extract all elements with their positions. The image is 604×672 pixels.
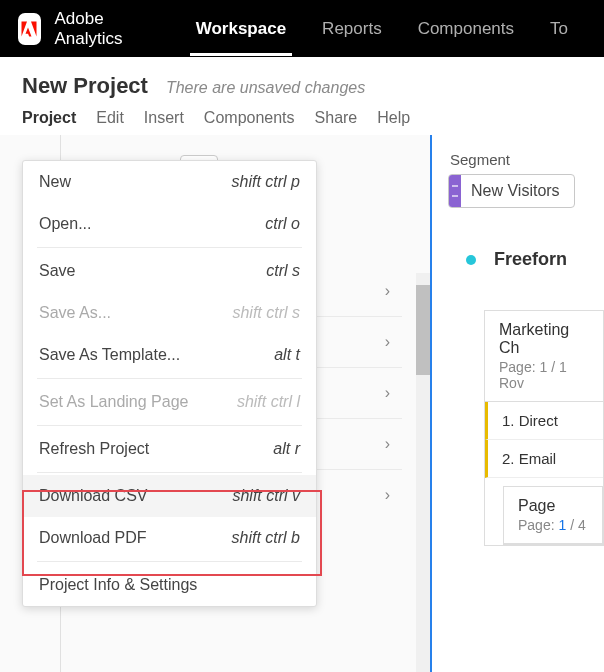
menu-item-shortcut: ctrl o: [265, 215, 300, 233]
menu-item-label: Save As Template...: [39, 346, 180, 364]
menu-item-download-pdf[interactable]: Download PDFshift ctrl b: [23, 517, 316, 559]
dimension-header-marketing[interactable]: Marketing Ch Page: 1 / 1 Rov: [485, 311, 603, 402]
menu-separator: [37, 425, 302, 426]
project-title: New Project: [22, 73, 148, 99]
chevron-right-icon: ›: [385, 486, 390, 504]
menu-item-label: Open...: [39, 215, 91, 233]
scrollbar-thumb[interactable]: [416, 285, 430, 375]
menu-item-new[interactable]: Newshift ctrl p: [23, 161, 316, 203]
top-navigation-bar: Adobe Analytics Workspace Reports Compon…: [0, 0, 604, 57]
app-name: Adobe Analytics: [55, 9, 140, 49]
menu-item-shortcut: shift ctrl v: [232, 487, 300, 505]
menu-item-label: Download PDF: [39, 529, 147, 547]
menu-item-set-as-landing-page: Set As Landing Pageshift ctrl l: [23, 381, 316, 423]
dimension-pagination: Page: 1 / 1 Rov: [499, 359, 589, 391]
menu-item-project-info-settings[interactable]: Project Info & Settings: [23, 564, 316, 606]
menu-item-refresh-project[interactable]: Refresh Projectalt r: [23, 428, 316, 470]
chevron-right-icon: ›: [385, 435, 390, 453]
menu-components[interactable]: Components: [204, 109, 295, 127]
panel-color-dot: [466, 255, 476, 265]
menu-item-open[interactable]: Open...ctrl o: [23, 203, 316, 245]
nav-tabs: Workspace Reports Components To: [178, 2, 586, 56]
chevron-right-icon: ›: [385, 282, 390, 300]
menu-separator: [37, 378, 302, 379]
unsaved-changes-label: There are unsaved changes: [166, 79, 365, 97]
dimension-title: Marketing Ch: [499, 321, 589, 357]
menubar: Project Edit Insert Components Share Hel…: [22, 109, 582, 127]
menu-help[interactable]: Help: [377, 109, 410, 127]
menu-share[interactable]: Share: [315, 109, 358, 127]
chevron-right-icon: ›: [385, 333, 390, 351]
menu-item-label: Save: [39, 262, 75, 280]
menu-item-save-as-template[interactable]: Save As Template...alt t: [23, 334, 316, 376]
project-header: New Project There are unsaved changes Pr…: [0, 57, 604, 135]
menu-item-shortcut: ctrl s: [266, 262, 300, 280]
table-row[interactable]: 2. Email: [485, 440, 603, 478]
nav-tab-reports[interactable]: Reports: [304, 2, 400, 56]
menu-item-download-csv[interactable]: Download CSVshift ctrl v: [23, 475, 316, 517]
table-row[interactable]: 1. Direct: [485, 402, 603, 440]
dimension-header-page[interactable]: Page Page: 1 / 4: [504, 487, 602, 544]
segment-chip-label: New Visitors: [471, 182, 560, 200]
nav-tab-workspace[interactable]: Workspace: [178, 2, 304, 56]
menu-item-shortcut: alt t: [274, 346, 300, 364]
nav-tab-components[interactable]: Components: [400, 2, 532, 56]
scrollbar[interactable]: [416, 273, 430, 672]
menu-item-label: Refresh Project: [39, 440, 149, 458]
menu-item-label: Project Info & Settings: [39, 576, 197, 594]
chevron-right-icon: ›: [385, 384, 390, 402]
menu-item-shortcut: alt r: [273, 440, 300, 458]
menu-separator: [37, 561, 302, 562]
menu-item-save[interactable]: Savectrl s: [23, 250, 316, 292]
menu-item-label: Set As Landing Page: [39, 393, 188, 411]
dimension-pagination: Page: 1 / 4: [518, 517, 588, 533]
menu-item-shortcut: shift ctrl b: [232, 529, 300, 547]
menu-project[interactable]: Project: [22, 109, 76, 127]
freeform-title[interactable]: Freeforn: [494, 249, 567, 270]
menu-item-shortcut: shift ctrl p: [232, 173, 300, 191]
menu-edit[interactable]: Edit: [96, 109, 124, 127]
drag-handle-icon[interactable]: [449, 175, 461, 207]
project-menu-dropdown: Newshift ctrl pOpen...ctrl oSavectrl sSa…: [22, 160, 317, 607]
menu-item-label: Save As...: [39, 304, 111, 322]
menu-item-save-as: Save As...shift ctrl s: [23, 292, 316, 334]
nav-tab-tools[interactable]: To: [532, 2, 586, 56]
menu-separator: [37, 472, 302, 473]
canvas: Segment New Visitors Freeforn Marketing …: [430, 135, 604, 672]
menu-item-shortcut: shift ctrl l: [237, 393, 300, 411]
menu-item-label: New: [39, 173, 71, 191]
segment-drop-label: Segment: [450, 151, 604, 168]
menu-item-shortcut: shift ctrl s: [232, 304, 300, 322]
adobe-a-icon: [19, 19, 39, 39]
freeform-table: Marketing Ch Page: 1 / 1 Rov 1. Direct 2…: [484, 310, 604, 546]
adobe-logo[interactable]: [18, 13, 41, 45]
dimension-title: Page: [518, 497, 588, 515]
menu-item-label: Download CSV: [39, 487, 148, 505]
menu-insert[interactable]: Insert: [144, 109, 184, 127]
menu-separator: [37, 247, 302, 248]
freeform-panel-header: Freeforn: [466, 249, 604, 270]
segment-chip[interactable]: New Visitors: [448, 174, 575, 208]
